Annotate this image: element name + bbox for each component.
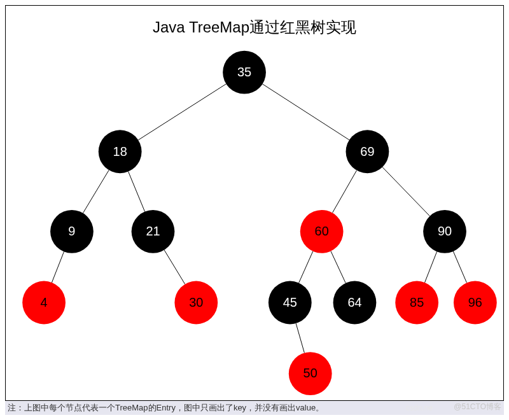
- tree-edge: [263, 84, 349, 140]
- tree-node-label: 4: [41, 295, 48, 309]
- tree-edge: [164, 250, 185, 284]
- tree-edge: [129, 172, 145, 212]
- nodes-layer: 35186992160904304564859650: [22, 51, 497, 395]
- tree-node-label: 60: [315, 224, 329, 238]
- tree-node-label: 64: [347, 295, 361, 309]
- tree-node-label: 30: [189, 295, 203, 309]
- tree-edge: [453, 251, 466, 283]
- tree-node-label: 45: [283, 295, 297, 309]
- tree-node-label: 85: [410, 295, 424, 309]
- tree-edge: [382, 167, 429, 216]
- tree-edge: [425, 251, 437, 283]
- caption-text: 注：上图中每个节点代表一个TreeMap的Entry，图中只画出了key，并没有…: [8, 402, 324, 414]
- tree-svg: 35186992160904304564859650: [6, 6, 503, 400]
- tree-node-label: 69: [360, 144, 374, 158]
- watermark-right: @51CTO博客: [454, 402, 501, 412]
- tree-edge: [331, 251, 345, 283]
- tree-node-label: 9: [68, 224, 75, 238]
- tree-edge: [332, 171, 356, 213]
- watermark-faint: csdn.ne: [406, 403, 433, 412]
- tree-edge: [138, 84, 226, 140]
- tree-edge: [52, 251, 64, 283]
- tree-node-label: 90: [438, 224, 452, 238]
- tree-node-label: 18: [113, 144, 127, 158]
- tree-node-label: 35: [237, 65, 251, 79]
- figure-frame: Java TreeMap通过红黑树实现 35186992160904304564…: [5, 5, 504, 401]
- tree-node-label: 96: [468, 295, 482, 309]
- tree-edge: [83, 170, 109, 213]
- tree-node-label: 21: [146, 224, 160, 238]
- tree-edge: [299, 251, 313, 283]
- tree-edge: [296, 323, 304, 353]
- tree-node-label: 50: [303, 366, 317, 380]
